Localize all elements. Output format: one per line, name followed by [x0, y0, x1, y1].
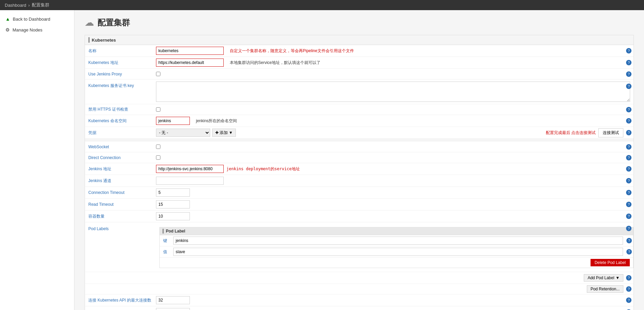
checkbox-disable-https[interactable] — [156, 107, 160, 112]
help-icon-k8s-cert[interactable]: ? — [626, 84, 631, 89]
control-read-timeout — [156, 200, 630, 208]
hint-name: 自定义一个集群名称，随意定义，等会再Pipeline文件会引用这个文件 — [230, 48, 354, 54]
sidebar-item-manage-nodes[interactable]: ⚙ Manage Nodes — [0, 24, 74, 35]
input-name[interactable] — [156, 47, 224, 55]
btn-add-pod-label[interactable]: Add Pod Label ▼ — [584, 274, 623, 282]
label-jenkins-tunnel: Jenkins 通道 — [88, 178, 156, 184]
field-max-conn: 连接 Kubernetes API 的最大连接数 ? — [85, 294, 634, 306]
help-icon-pod-label-val[interactable]: ? — [626, 249, 632, 254]
help-icon-k8s-namespace[interactable]: ? — [626, 118, 631, 124]
spacer-1 — [85, 139, 634, 141]
arrow-up-icon: ▲ — [5, 16, 10, 22]
add-credentials-label: 添加 — [220, 130, 228, 136]
pod-label-title: Pod Label — [166, 229, 185, 234]
input-read-timeout[interactable] — [156, 200, 190, 208]
btn-add-credentials[interactable]: ✚ 添加 ▼ — [212, 129, 236, 137]
help-icon-add-pod[interactable]: ? — [626, 275, 631, 281]
control-disable-https — [156, 107, 630, 112]
input-container-count[interactable] — [156, 212, 190, 220]
main-content: ☁ 配置集群 Kubernetes 名称 自定义一个集群名称，随意定义，等会再P… — [74, 10, 644, 310]
btn-delete-pod-label[interactable]: Delete Pod Label — [591, 259, 630, 266]
label-name: 名称 — [88, 48, 156, 54]
label-container-count: 容器数量 — [88, 214, 156, 219]
help-icon-container-count[interactable]: ? — [626, 214, 631, 219]
select-wrap-credentials: - 无 - ✚ 添加 ▼ — [156, 129, 236, 137]
help-icon-pod-labels[interactable]: ? — [626, 226, 631, 231]
gear-icon: ⚙ — [5, 27, 10, 32]
section-header: Kubernetes — [85, 35, 634, 45]
label-websocket: WebSocket — [88, 145, 156, 149]
test-conn-area: 配置完成最后 点击连接测试 连接测试 — [546, 128, 623, 137]
help-icon-pod-retention[interactable]: ? — [626, 286, 631, 292]
field-container-count: 容器数量 ? — [85, 211, 634, 222]
pod-label-section: Pod Label 键 ? 值 ? — [159, 227, 634, 268]
input-max-conn[interactable] — [156, 296, 190, 304]
help-icon-credentials[interactable]: ? — [626, 130, 631, 135]
field-credentials: 凭据 - 无 - ✚ 添加 ▼ 配置完成最后 点 — [85, 127, 634, 139]
checkbox-use-jenkins-proxy[interactable] — [156, 72, 160, 76]
label-k8s-cert: Kubernetes 服务证书 key — [88, 82, 156, 89]
field-k8s-addr: Kubernetes 地址 本地集群访问的Service地址，默认填这个就可以了… — [85, 57, 634, 69]
hint-k8s-namespace: jenkins所在的命名空间 — [196, 118, 237, 124]
help-icon-k8s-addr[interactable]: ? — [626, 60, 631, 65]
breadcrumb-current: 配置集群 — [32, 2, 49, 8]
input-pod-label-val[interactable] — [173, 248, 623, 256]
help-icon-max-conn[interactable]: ? — [626, 297, 631, 303]
field-k8s-cert: Kubernetes 服务证书 key ? — [85, 80, 634, 104]
label-max-conn: 连接 Kubernetes API 的最大连接数 — [88, 297, 156, 303]
help-icon-jenkins-tunnel[interactable]: ? — [626, 178, 631, 183]
textarea-k8s-cert[interactable] — [156, 82, 630, 102]
chevron-down-icon-2: ▼ — [616, 275, 620, 280]
label-direct-conn: Direct Connection — [88, 155, 156, 160]
help-icon-pod-label-key[interactable]: ? — [626, 238, 632, 243]
test-conn-hint: 配置完成最后 点击连接测试 — [546, 130, 596, 136]
input-jenkins-addr[interactable] — [156, 165, 224, 173]
help-icon-read-timeout[interactable]: ? — [626, 202, 631, 207]
help-icon-jenkins-addr[interactable]: ? — [626, 166, 631, 172]
input-jenkins-tunnel[interactable] — [156, 177, 224, 185]
input-k8s-addr[interactable] — [156, 59, 224, 67]
cloud-icon: ☁ — [85, 17, 94, 28]
field-wait-pod: Seconds to wait for pod to be running ? — [85, 306, 634, 310]
field-pod-labels: Pod Labels Pod Label 键 ? — [85, 222, 634, 272]
pod-label-dot — [162, 229, 164, 234]
help-icon-websocket[interactable]: ? — [626, 144, 631, 150]
hint-jenkins-addr: jenkins deployment的service地址 — [226, 166, 300, 172]
control-jenkins-addr: jenkins deployment的service地址 — [156, 165, 630, 173]
control-websocket — [156, 145, 630, 149]
field-use-jenkins-proxy: Use Jenkins Proxy ? — [85, 69, 634, 80]
field-jenkins-addr: Jenkins 地址 jenkins deployment的service地址 … — [85, 163, 634, 175]
select-credentials[interactable]: - 无 - — [156, 129, 210, 137]
control-max-conn — [156, 296, 630, 304]
btn-test-conn[interactable]: 连接测试 — [598, 128, 623, 137]
btn-pod-retention[interactable]: Pod Retention... — [587, 285, 623, 293]
help-icon-direct-conn[interactable]: ? — [626, 155, 631, 160]
control-jenkins-tunnel — [156, 177, 630, 185]
field-k8s-namespace: Kubernetes 命名空间 jenkins所在的命名空间 ? — [85, 115, 634, 127]
help-icon-conn-timeout[interactable]: ? — [626, 190, 631, 195]
checkbox-direct-conn[interactable] — [156, 155, 160, 160]
pod-label-val-label: 值 — [163, 249, 173, 255]
control-pod-labels: Pod Label 键 ? 值 ? — [156, 225, 630, 270]
sidebar-item-back[interactable]: ▲ Back to Dashboard — [0, 14, 74, 24]
help-icon-name[interactable]: ? — [626, 48, 631, 53]
breadcrumb-dashboard[interactable]: Dashboard — [5, 3, 26, 8]
add-pod-label-row: Add Pod Label ▼ ? — [85, 272, 634, 284]
label-credentials: 凭据 — [88, 130, 156, 136]
input-wait-pod[interactable] — [156, 308, 190, 310]
label-read-timeout: Read Timeout — [88, 202, 156, 207]
pod-label-key-label: 键 — [163, 238, 173, 244]
input-conn-timeout[interactable] — [156, 189, 190, 197]
control-k8s-cert — [156, 82, 630, 102]
input-k8s-namespace[interactable] — [156, 117, 190, 125]
checkbox-websocket[interactable] — [156, 145, 160, 149]
help-icon-disable-https[interactable]: ? — [626, 107, 631, 112]
add-icon: ✚ — [215, 130, 219, 135]
label-k8s-addr: Kubernetes 地址 — [88, 60, 156, 66]
breadcrumb-sep: › — [28, 3, 30, 8]
input-pod-label-key[interactable] — [173, 237, 623, 245]
control-name: 自定义一个集群名称，随意定义，等会再Pipeline文件会引用这个文件 — [156, 47, 630, 55]
help-icon-use-jenkins-proxy[interactable]: ? — [626, 71, 631, 77]
top-nav: Dashboard › 配置集群 — [0, 0, 644, 10]
field-jenkins-tunnel: Jenkins 通道 ? — [85, 175, 634, 187]
